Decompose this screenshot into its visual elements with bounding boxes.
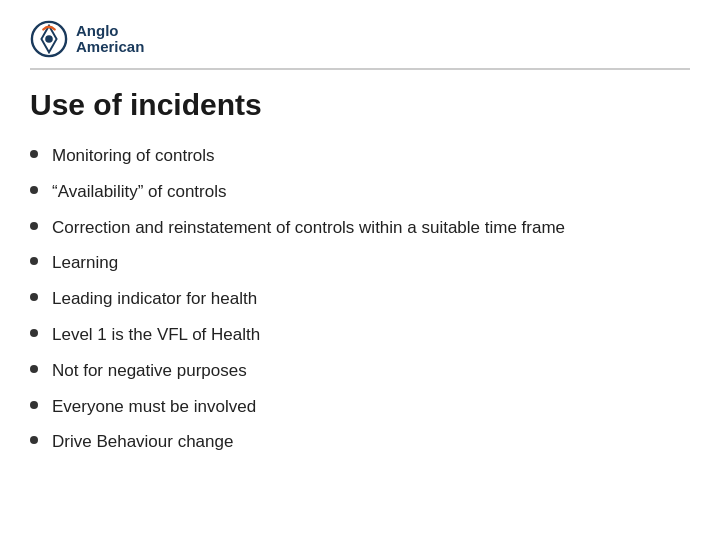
bullet-dot <box>30 401 38 409</box>
bullet-dot <box>30 186 38 194</box>
logo-line2: American <box>76 39 144 56</box>
bullet-text: Drive Behaviour change <box>52 430 233 454</box>
list-item: Correction and reinstatement of controls… <box>30 216 690 240</box>
slide-title: Use of incidents <box>30 88 690 122</box>
bullet-dot <box>30 150 38 158</box>
bullet-dot <box>30 293 38 301</box>
logo-text: Anglo American <box>76 23 144 56</box>
svg-point-2 <box>45 35 53 43</box>
list-item: Monitoring of controls <box>30 144 690 168</box>
bullet-text: Monitoring of controls <box>52 144 215 168</box>
bullet-dot <box>30 222 38 230</box>
list-item: Everyone must be involved <box>30 395 690 419</box>
slide: Anglo American Use of incidents Monitori… <box>0 0 720 540</box>
bullet-dot <box>30 365 38 373</box>
logo-line1: Anglo <box>76 23 144 40</box>
bullet-text: Correction and reinstatement of controls… <box>52 216 565 240</box>
list-item: Learning <box>30 251 690 275</box>
list-item: Leading indicator for health <box>30 287 690 311</box>
bullet-text: Not for negative purposes <box>52 359 247 383</box>
bullet-dot <box>30 329 38 337</box>
bullet-text: Level 1 is the VFL of Health <box>52 323 260 347</box>
bullet-dot <box>30 436 38 444</box>
list-item: “Availability” of controls <box>30 180 690 204</box>
logo-icon <box>30 20 68 58</box>
logo-container: Anglo American <box>30 20 144 58</box>
bullet-text: Learning <box>52 251 118 275</box>
list-item: Level 1 is the VFL of Health <box>30 323 690 347</box>
bullet-list: Monitoring of controls“Availability” of … <box>30 144 690 454</box>
bullet-text: Leading indicator for health <box>52 287 257 311</box>
bullet-text: Everyone must be involved <box>52 395 256 419</box>
bullet-dot <box>30 257 38 265</box>
list-item: Drive Behaviour change <box>30 430 690 454</box>
list-item: Not for negative purposes <box>30 359 690 383</box>
bullet-text: “Availability” of controls <box>52 180 226 204</box>
header: Anglo American <box>30 20 690 70</box>
